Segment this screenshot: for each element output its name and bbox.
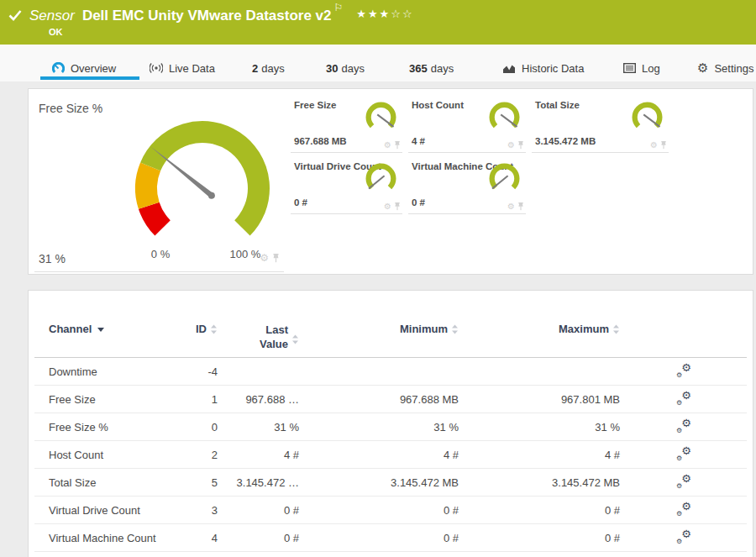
mini-gauge-panel: Free Size 967.688 MB ⚙ (291, 94, 402, 153)
sort-updown-icon (210, 324, 218, 334)
mini-gauge-value: 4 # (412, 136, 425, 146)
cell-id: 3 (176, 504, 218, 517)
tab-live-data[interactable]: Live Data (150, 60, 215, 76)
mini-gauge-value: 3.145.472 MB (535, 136, 596, 146)
pin-icon[interactable] (394, 202, 401, 211)
tab-2-days[interactable]: 2days (252, 60, 285, 76)
mini-gauge-title: Total Size (535, 100, 580, 110)
mini-gauge-title: Host Count (412, 100, 464, 110)
tab-settings[interactable]: ⚙ Settings (697, 60, 753, 76)
table-row: Free Size 1 967.688 … 967.688 MB 967.801… (34, 386, 747, 413)
channel-settings-icon[interactable]: ⚙⚙ (676, 419, 691, 433)
column-label: Last Value (251, 323, 288, 351)
mini-gauge (628, 99, 666, 137)
gauge-icon (52, 62, 65, 75)
cell-channel: Free Size (34, 393, 176, 406)
channel-settings-icon[interactable]: ⚙⚙ (676, 391, 691, 405)
column-header-channel[interactable]: Channel (34, 323, 176, 335)
gauge-current-value: 31 % (39, 252, 66, 265)
mini-gauge (362, 160, 400, 198)
cell-minimum: 31 % (299, 421, 459, 434)
cell-maximum: 0 # (459, 504, 620, 517)
cell-last-value: 967.688 … (218, 393, 299, 406)
channel-settings-icon[interactable]: ⚙⚙ (676, 447, 691, 460)
mini-gauge-grid: Free Size 967.688 MB ⚙ Host Count 4 # ⚙ … (291, 94, 679, 214)
gear-icon[interactable]: ⚙ (260, 252, 269, 264)
cell-id: 2 (176, 449, 218, 461)
log-icon (623, 63, 636, 73)
cell-last-value: 3.145.472 … (218, 476, 299, 489)
cell-maximum: 967.801 MB (459, 393, 620, 406)
cell-channel: Virtual Drive Count (34, 504, 176, 517)
tab-historic-data[interactable]: Historic Data (502, 60, 584, 76)
channel-settings-icon[interactable]: ⚙⚙ (676, 475, 691, 488)
tab-365-days[interactable]: 365days (409, 60, 454, 76)
cell-channel: Virtual Machine Count (34, 532, 176, 544)
channel-table-panel: Channel ID Last Value Minimum Maximum Do… (28, 290, 753, 557)
priority-flag-icon: ⚐ (334, 2, 344, 13)
cell-maximum: 3.145.472 MB (459, 476, 620, 489)
gear-icon: ⚙ (697, 60, 708, 76)
table-row: Virtual Machine Count 4 0 # 0 # 0 # ⚙⚙ (34, 524, 747, 552)
channel-settings-icon[interactable]: ⚙⚙ (676, 502, 691, 516)
gear-icon[interactable]: ⚙ (507, 140, 515, 150)
mini-gauge-panel: Virtual Drive Count 0 # ⚙ (291, 155, 402, 214)
mini-gauge-value: 0 # (294, 197, 307, 208)
cell-last-value: 4 # (218, 449, 299, 461)
gear-icon[interactable]: ⚙ (650, 140, 658, 150)
free-size-percent-gauge (118, 100, 286, 250)
tab-label: days (431, 62, 454, 75)
gear-icon[interactable]: ⚙ (384, 140, 391, 150)
cell-minimum: 0 # (299, 532, 459, 544)
table-row: Downtime -4 ⚙⚙ (34, 358, 747, 386)
mini-gauge-value: 967.688 MB (294, 136, 347, 146)
column-header-id[interactable]: ID (176, 323, 218, 335)
tab-label: Overview (71, 62, 116, 75)
tab-label: Log (642, 62, 660, 75)
channel-settings-icon[interactable]: ⚙⚙ (676, 364, 691, 377)
column-header-last-value[interactable]: Last Value (218, 323, 299, 351)
column-label: ID (196, 323, 207, 335)
table-row: Virtual Drive Count 3 0 # 0 # 0 # ⚙⚙ (34, 497, 747, 524)
table-row: Host Count 2 4 # 4 # 4 # ⚙⚙ (34, 441, 747, 469)
sort-updown-icon (291, 334, 299, 344)
pin-icon[interactable] (517, 202, 524, 211)
overview-gauges-panel: Free Size % 0 % 100 % 31 % ⚙ Free Size 9… (28, 88, 753, 275)
cell-id: 1 (176, 393, 218, 406)
tab-log[interactable]: Log (623, 60, 660, 76)
gauge-scale-min: 0 % (139, 248, 181, 260)
tab-label: Historic Data (522, 62, 584, 75)
cell-channel: Host Count (34, 449, 176, 461)
channel-table: Channel ID Last Value Minimum Maximum Do… (34, 291, 747, 552)
sort-updown-icon (451, 324, 459, 334)
cell-id: 0 (176, 421, 218, 434)
gear-icon[interactable]: ⚙ (384, 202, 391, 211)
column-header-maximum[interactable]: Maximum (459, 323, 620, 335)
channel-settings-icon[interactable]: ⚙⚙ (676, 530, 691, 544)
sort-updown-icon (612, 324, 620, 334)
tab-label: Settings (714, 62, 753, 75)
mini-gauge-title: Free Size (294, 100, 337, 110)
pin-icon[interactable] (660, 141, 667, 150)
pin-icon[interactable] (394, 141, 401, 150)
column-header-minimum[interactable]: Minimum (299, 323, 459, 335)
column-label: Minimum (400, 323, 448, 335)
cell-maximum: 0 # (459, 532, 620, 544)
tab-number: 30 (326, 62, 338, 75)
cell-maximum: 4 # (459, 449, 620, 461)
pin-icon[interactable] (517, 141, 524, 150)
gear-icon[interactable]: ⚙ (507, 202, 515, 211)
mini-gauge (362, 99, 400, 137)
tab-overview[interactable]: Overview (52, 60, 116, 76)
cell-channel: Downtime (34, 365, 176, 378)
pin-icon[interactable] (272, 254, 280, 263)
mini-gauge-panel: Total Size 3.145.472 MB ⚙ (532, 94, 669, 153)
primary-channel-gauge-panel: Free Size % 0 % 100 % 31 % ⚙ (34, 94, 284, 272)
tab-label: days (341, 62, 364, 75)
tab-30-days[interactable]: 30days (326, 60, 365, 76)
cell-channel: Free Size % (34, 421, 176, 434)
cell-minimum: 4 # (299, 449, 459, 461)
cell-id: -4 (176, 365, 218, 378)
priority-star-rating[interactable]: ★★★☆☆ (356, 8, 413, 20)
column-label: Maximum (559, 323, 609, 335)
